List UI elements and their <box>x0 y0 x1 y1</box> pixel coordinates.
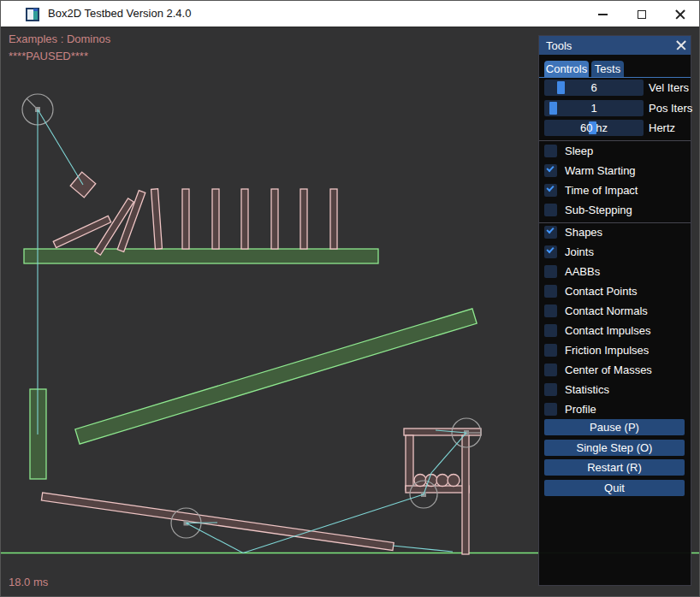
checkbox-row-joints[interactable]: Joints <box>544 245 687 258</box>
checkbox-sleep[interactable] <box>544 145 557 157</box>
window-title: Box2D Testbed Version 2.4.0 <box>48 7 191 20</box>
minimize-icon <box>598 14 608 15</box>
standing-domino-2 <box>182 189 189 249</box>
checkbox-row-friction-impulses[interactable]: Friction Impulses <box>544 344 687 357</box>
checkbox-sub-stepping-label: Sub-Stepping <box>565 204 632 216</box>
frame-left-post <box>406 435 413 490</box>
checkbox-row-warm-starting[interactable]: Warm Starting <box>544 164 687 177</box>
tab-tests[interactable]: Tests <box>591 61 624 77</box>
pause-button[interactable]: Pause (P) <box>544 419 685 435</box>
hertz-slider-row: 60 hz Hertz <box>544 120 687 136</box>
close-icon <box>675 9 685 20</box>
domino-shelf <box>24 249 378 263</box>
checkbox-row-time-of-impact[interactable]: Time of Impact <box>544 184 687 197</box>
app-icon <box>26 8 39 21</box>
tab-tests-label: Tests <box>595 62 620 75</box>
joint-line-wheel <box>187 523 218 523</box>
vel-iters-value: 6 <box>544 80 644 96</box>
standing-domino-5 <box>271 189 278 249</box>
check-icon <box>546 226 554 233</box>
checkbox-row-sub-stepping[interactable]: Sub-Stepping <box>544 204 687 216</box>
single-step-button[interactable]: Single Step (O) <box>544 440 685 456</box>
joint-line-diag-right <box>243 494 424 553</box>
vel-iters-label: Vel Iters <box>649 80 689 96</box>
tab-controls[interactable]: Controls <box>544 61 589 77</box>
standing-domino-6 <box>300 189 307 249</box>
quit-button[interactable]: Quit <box>544 480 685 496</box>
tools-panel: Tools Controls Tests 6 Vel Iters 1 Pos I… <box>538 35 691 586</box>
check-icon <box>546 164 554 172</box>
checkbox-time-of-impact-label: Time of Impact <box>565 184 638 197</box>
separator-1 <box>539 140 691 141</box>
checkbox-row-contact-points[interactable]: Contact Points <box>544 285 687 298</box>
checkbox-joints-label: Joints <box>565 245 594 258</box>
checkbox-contact-impulses[interactable] <box>544 324 557 337</box>
checkbox-contact-points[interactable] <box>544 285 557 298</box>
tabbar-separator <box>539 77 691 78</box>
tab-controls-label: Controls <box>546 62 587 75</box>
minimize-button[interactable] <box>584 1 622 27</box>
checkbox-profile-label: Profile <box>565 403 596 416</box>
restart-button[interactable]: Restart (R) <box>544 459 685 476</box>
tools-close-button[interactable] <box>675 39 687 51</box>
standing-domino-7 <box>330 189 337 249</box>
checkbox-shapes-label: Shapes <box>565 226 602 239</box>
checkbox-warm-starting-label: Warm Starting <box>565 164 636 177</box>
frame-right-post <box>462 435 469 554</box>
checkbox-row-contact-normals[interactable]: Contact Normals <box>544 304 687 317</box>
maximize-button[interactable] <box>622 1 661 27</box>
checkbox-friction-impulses[interactable] <box>544 344 557 357</box>
checkbox-row-sleep[interactable]: Sleep <box>544 145 687 157</box>
app-window: Examples : Dominos ****PAUSED**** 18.0 m… <box>0 0 700 597</box>
checkbox-time-of-impact[interactable] <box>544 184 557 197</box>
hertz-label: Hertz <box>649 120 675 136</box>
maximize-icon <box>638 10 646 19</box>
check-icon <box>546 245 554 253</box>
checkbox-sub-stepping[interactable] <box>544 204 557 216</box>
checkbox-row-statistics[interactable]: Statistics <box>544 383 687 396</box>
paused-label: ****PAUSED**** <box>9 50 88 62</box>
checkbox-row-aabbs[interactable]: AABBs <box>544 265 687 278</box>
pos-iters-value: 1 <box>544 100 644 116</box>
separator-2 <box>539 222 691 223</box>
pos-iters-label: Pos Iters <box>649 100 692 116</box>
standing-domino-4 <box>241 189 248 249</box>
checkbox-sleep-label: Sleep <box>565 145 593 157</box>
checkbox-row-center-of-masses[interactable]: Center of Masses <box>544 364 687 376</box>
checkbox-row-profile[interactable]: Profile <box>544 403 687 416</box>
checkbox-warm-starting[interactable] <box>544 164 557 177</box>
checkbox-profile[interactable] <box>544 403 557 416</box>
checkbox-row-shapes[interactable]: Shapes <box>544 226 687 239</box>
tools-panel-title: Tools <box>546 39 572 52</box>
ball-3 <box>436 475 448 487</box>
hertz-value: 60 hz <box>544 120 644 136</box>
checkbox-aabbs-label: AABBs <box>565 265 600 278</box>
angled-plank <box>75 309 477 444</box>
standing-domino-1 <box>151 189 163 249</box>
checkbox-contact-impulses-label: Contact Impulses <box>565 324 650 337</box>
pos-iters-slider-row: 1 Pos Iters <box>544 100 687 116</box>
example-label: Examples : Dominos <box>9 33 110 45</box>
joint-line-ground <box>393 546 453 552</box>
frame-time-label: 18.0 ms <box>9 576 48 588</box>
vel-iters-slider-row: 6 Vel Iters <box>544 80 687 96</box>
joint-line-bob <box>38 109 83 185</box>
standing-domino-3 <box>212 189 219 249</box>
checkbox-contact-points-label: Contact Points <box>565 285 638 298</box>
checkbox-friction-impulses-label: Friction Impulses <box>565 344 649 357</box>
checkbox-aabbs[interactable] <box>544 265 557 278</box>
ball-4 <box>448 475 460 487</box>
checkbox-center-of-masses[interactable] <box>544 364 557 376</box>
checkbox-contact-normals[interactable] <box>544 304 557 317</box>
check-icon <box>546 184 554 192</box>
checkbox-row-contact-impulses[interactable]: Contact Impulses <box>544 324 687 337</box>
frame-top-beam <box>404 429 481 435</box>
close-button[interactable] <box>661 1 699 27</box>
tools-panel-titlebar[interactable]: Tools <box>539 36 691 55</box>
checkbox-shapes[interactable] <box>544 226 557 239</box>
checkbox-joints[interactable] <box>544 245 557 258</box>
checkbox-contact-normals-label: Contact Normals <box>565 304 648 317</box>
checkbox-center-of-masses-label: Center of Masses <box>565 364 652 376</box>
checkbox-statistics[interactable] <box>544 383 557 396</box>
checkbox-statistics-label: Statistics <box>565 383 609 396</box>
